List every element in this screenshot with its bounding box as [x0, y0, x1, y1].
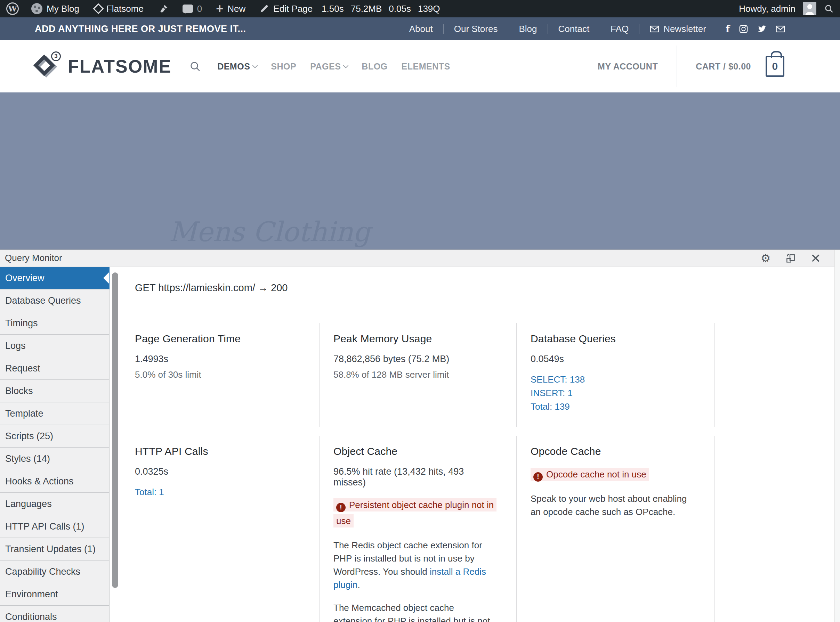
query-monitor-stats[interactable]: 1.50s 75.2MB 0.05s 139Q — [322, 3, 440, 14]
plus-icon: + — [216, 2, 223, 15]
cart-link[interactable]: CART / $0.00 — [696, 61, 751, 72]
search-icon[interactable] — [824, 4, 834, 14]
logo-text: FLATSOME — [68, 56, 171, 77]
qm-menu-overview[interactable]: Overview — [0, 267, 110, 290]
panel-title: Database Queries — [531, 333, 693, 345]
qm-content-scroll-track[interactable] — [834, 250, 840, 622]
nav-pages[interactable]: PAGES — [310, 61, 348, 72]
qm-menu-database-queries[interactable]: Database Queries — [0, 290, 110, 312]
qm-menu-request[interactable]: Request — [0, 357, 110, 380]
new-content-menu[interactable]: + New — [216, 2, 246, 15]
qm-menu-blocks[interactable]: Blocks — [0, 380, 110, 402]
qm-sidebar-scroll-track[interactable] — [110, 267, 122, 622]
hero-banner: Mens Clothing — [0, 92, 840, 250]
panel-empty — [715, 323, 834, 427]
theme-name: Flatsome — [106, 3, 144, 14]
qm-sidebar-scroll-thumb[interactable] — [112, 273, 118, 588]
close-icon[interactable] — [810, 253, 821, 264]
memcached-note: The Memcached object cache extension for… — [333, 601, 495, 622]
header-search-icon[interactable] — [189, 61, 201, 72]
qm-menu-styles[interactable]: Styles (14) — [0, 448, 110, 470]
qm-menu-environment[interactable]: Environment — [0, 583, 110, 606]
request-summary: GET https://lamieskin.com/ → 200 — [135, 282, 834, 294]
warning-text: Opcode cache not in use — [546, 469, 646, 480]
http-time-value: 0.0325s — [135, 466, 298, 477]
qm-menu-http-api-calls[interactable]: HTTP API Calls (1) — [0, 515, 110, 538]
qm-menu-languages[interactable]: Languages — [0, 493, 110, 515]
wordpress-menu[interactable]: W — [6, 2, 19, 15]
qm-menu-conditionals[interactable]: Conditionals — [0, 606, 110, 622]
envelope-icon — [650, 24, 659, 34]
qm-menu-timings[interactable]: Timings — [0, 312, 110, 335]
comments-count: 0 — [197, 3, 202, 14]
db-time-value: 0.0549s — [531, 354, 693, 364]
qm-menu-logs[interactable]: Logs — [0, 335, 110, 357]
comments-menu[interactable]: 0 — [183, 3, 202, 14]
panel-http-api-calls: HTTP API Calls 0.0325s Total: 1 — [122, 436, 319, 622]
qm-menu-label: Overview — [5, 273, 44, 284]
twitter-icon[interactable] — [757, 24, 767, 34]
panel-peak-memory: Peak Memory Usage 78,862,856 bytes (75.2… — [319, 323, 516, 427]
nav-shop[interactable]: SHOP — [271, 61, 296, 72]
topbar-link-our-stores[interactable]: Our Stores — [444, 24, 508, 34]
db-total-link[interactable]: Total: 139 — [531, 400, 693, 413]
my-account-link[interactable]: MY ACCOUNT — [598, 61, 658, 72]
qm-menu-hooks-actions[interactable]: Hooks & Actions — [0, 470, 110, 493]
panel-title: HTTP API Calls — [135, 445, 298, 457]
topbar-link-blog[interactable]: Blog — [508, 24, 547, 34]
qm-overview-content: GET https://lamieskin.com/ → 200 Page Ge… — [122, 267, 834, 622]
new-label: New — [228, 3, 246, 14]
edit-page-menu[interactable]: Edit Page — [260, 3, 313, 14]
nav-demos[interactable]: DEMOS — [217, 61, 257, 72]
qm-menu-scripts[interactable]: Scripts (25) — [0, 425, 110, 448]
qm-menu-template[interactable]: Template — [0, 402, 110, 425]
qm-title: Query Monitor — [5, 253, 62, 264]
qm-menu-label: Languages — [5, 499, 52, 509]
avatar[interactable] — [803, 2, 816, 15]
site-header: 3 FLATSOME DEMOS SHOP PAGES BLOG ELEMENT… — [0, 40, 840, 92]
topbar-link-newsletter[interactable]: Newsletter — [639, 24, 716, 34]
panel-title: Opcode Cache — [531, 445, 693, 457]
customize-menu[interactable] — [159, 4, 169, 14]
flatsome-diamond-icon — [93, 3, 104, 14]
gear-icon[interactable]: ⚙ — [760, 253, 771, 264]
warning-icon: ! — [336, 503, 345, 512]
nav-elements-label: ELEMENTS — [402, 61, 450, 72]
site-menu[interactable]: My Blog — [31, 3, 79, 14]
howdy-text[interactable]: Howdy, admin — [739, 3, 796, 14]
object-cache-hit-rate: 96.5% hit rate (13,432 hits, 493 misses) — [333, 466, 495, 488]
chevron-down-icon — [252, 63, 258, 68]
qm-menu-label: Capability Checks — [5, 566, 80, 577]
divider — [135, 318, 826, 318]
selected-notch — [103, 272, 109, 284]
logo-badge: 3 — [51, 52, 61, 61]
panel-title: Peak Memory Usage — [333, 333, 495, 345]
topbar-link-faq[interactable]: FAQ — [600, 24, 639, 34]
email-icon[interactable] — [776, 24, 785, 34]
theme-menu[interactable]: Flatsome — [95, 3, 144, 14]
flatsome-logo-icon: 3 — [33, 53, 59, 79]
flatsome-logo[interactable]: 3 FLATSOME — [33, 53, 171, 79]
facebook-icon[interactable]: f — [725, 23, 730, 35]
topbar-link-contact[interactable]: Contact — [548, 24, 600, 34]
http-total-link[interactable]: Total: 1 — [135, 485, 298, 499]
peak-memory-limit: 58.8% of 128 MB server limit — [333, 369, 495, 380]
qm-menu-label: Environment — [5, 589, 58, 600]
db-select-link[interactable]: SELECT: 138 — [531, 373, 693, 386]
memcached-note-text: The Memcached object cache extension for… — [333, 602, 490, 622]
instagram-icon[interactable] — [739, 24, 748, 34]
qm-menu-label: Transient Updates (1) — [5, 544, 96, 555]
qm-menu-label: Database Queries — [5, 295, 81, 306]
topbar-link-about[interactable]: About — [399, 24, 443, 34]
qm-menu-capability-checks[interactable]: Capability Checks — [0, 561, 110, 583]
brush-icon — [159, 4, 169, 14]
toggle-position-icon[interactable] — [785, 253, 796, 264]
qm-menu-label: Timings — [5, 318, 38, 329]
cart-bag-icon[interactable]: 0 — [765, 56, 784, 77]
theme-top-bar: ADD ANYTHING HERE OR JUST REMOVE IT... A… — [0, 17, 840, 40]
nav-blog[interactable]: BLOG — [362, 61, 387, 72]
qm-menu-transient-updates[interactable]: Transient Updates (1) — [0, 538, 110, 561]
nav-elements[interactable]: ELEMENTS — [402, 61, 450, 72]
db-insert-link[interactable]: INSERT: 1 — [531, 386, 693, 400]
panel-page-generation-time: Page Generation Time 1.4993s 5.0% of 30s… — [122, 323, 319, 427]
